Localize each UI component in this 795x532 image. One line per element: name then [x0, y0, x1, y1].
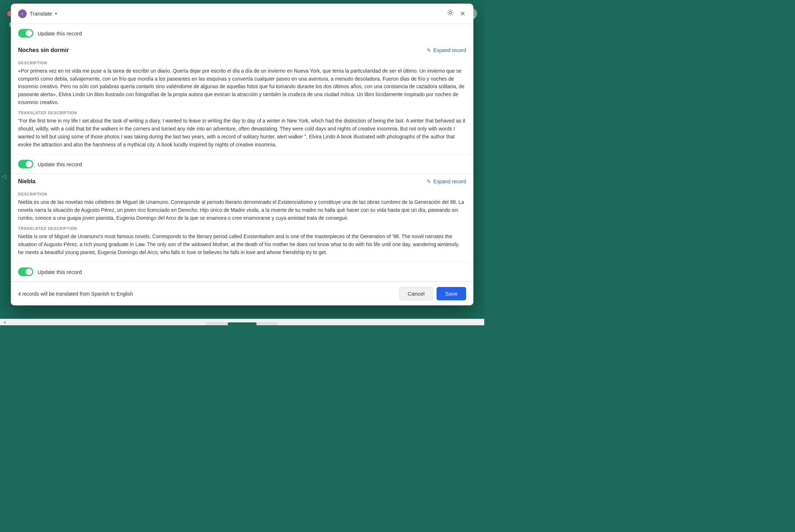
- description-label-1: DESCRIPTION: [18, 61, 466, 65]
- record-header-2: Niebla ✎ Expand record: [18, 174, 466, 188]
- expand-label-2: Expand record: [433, 179, 466, 184]
- bottom-count: 4: [4, 320, 6, 325]
- toggle-label-2b: Update this record: [38, 269, 82, 275]
- expand-record-button-2[interactable]: ✎ Expand record: [427, 179, 466, 184]
- toggle-row-2b: Update this record: [11, 262, 473, 281]
- toggle-row-1: Update this record: [11, 24, 473, 43]
- footer-actions: Cancel Save: [399, 287, 466, 300]
- bottom-bar: 4: [0, 319, 484, 325]
- svg-text:T: T: [21, 12, 23, 16]
- translated-text-2: Niebla is one of Miguel de Unamuno's mos…: [18, 233, 466, 256]
- modal-overlay: T Translate ▾ ✕: [0, 0, 484, 325]
- expand-icon-1: ✎: [427, 47, 431, 53]
- close-button[interactable]: ✕: [459, 9, 466, 18]
- description-text-1: «Por primera vez en mi vida me puse a la…: [18, 67, 466, 106]
- svg-point-8: [449, 12, 451, 14]
- save-button[interactable]: Save: [437, 287, 466, 300]
- record-section-1: Update this record Noches sin dormir ✎ E…: [11, 24, 473, 174]
- modal-header-actions: ✕: [446, 9, 466, 18]
- record-name-2: Niebla: [18, 178, 35, 185]
- toggle-1[interactable]: [18, 29, 33, 38]
- description-text-2: Niebla es una de las novelas más célebre…: [18, 198, 466, 222]
- translated-text-1: "For the first time in my life I set abo…: [18, 117, 466, 149]
- expand-icon-2: ✎: [427, 179, 431, 184]
- description-label-2: DESCRIPTION: [18, 192, 466, 196]
- toggle-2b[interactable]: [18, 267, 33, 276]
- toggle-label-1b: Update this record: [38, 161, 82, 167]
- footer-info: 4 records will be translated from Spanis…: [18, 291, 133, 297]
- bottom-scrollbar-thumb: [228, 322, 257, 325]
- toggle-row-1b: Update this record: [11, 154, 473, 173]
- modal-title: Translate: [30, 10, 52, 17]
- translated-label-2: TRANSLATED DESCRIPTION: [18, 226, 466, 231]
- record-content-1: Noches sin dormir ✎ Expand record DESCRI…: [11, 43, 473, 154]
- translated-label-1: TRANSLATED DESCRIPTION: [18, 111, 466, 115]
- settings-button[interactable]: [446, 9, 454, 18]
- modal-footer: 4 records will be translated from Spanis…: [11, 282, 473, 305]
- translate-modal: T Translate ▾ ✕: [11, 4, 473, 305]
- modal-title-area: T Translate ▾: [18, 9, 57, 18]
- record-content-2: Niebla ✎ Expand record DESCRIPTION Niebl…: [11, 174, 473, 262]
- record-header-1: Noches sin dormir ✎ Expand record: [18, 43, 466, 56]
- modal-header: T Translate ▾ ✕: [11, 4, 473, 24]
- record-name-1: Noches sin dormir: [18, 47, 69, 53]
- expand-label-1: Expand record: [433, 47, 466, 53]
- record-section-2: Niebla ✎ Expand record DESCRIPTION Niebl…: [11, 174, 473, 282]
- cancel-button[interactable]: Cancel: [399, 287, 433, 300]
- expand-record-button-1[interactable]: ✎ Expand record: [427, 47, 466, 53]
- modal-title-arrow[interactable]: ▾: [55, 11, 57, 16]
- bottom-scrollbar[interactable]: [206, 322, 278, 325]
- modal-body[interactable]: Update this record Noches sin dormir ✎ E…: [11, 24, 473, 282]
- translate-icon: T: [18, 9, 27, 18]
- toggle-1b[interactable]: [18, 160, 33, 168]
- toggle-label-1: Update this record: [38, 30, 82, 37]
